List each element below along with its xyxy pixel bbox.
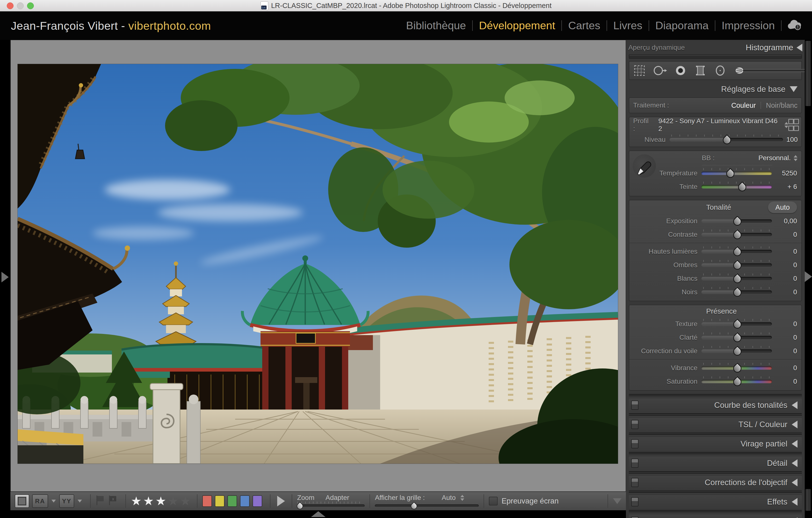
star-icon[interactable] <box>155 495 166 507</box>
compare-view-button[interactable]: RA <box>32 494 48 508</box>
color-label-blue[interactable] <box>240 495 250 507</box>
auto-tone-button[interactable]: Auto <box>768 202 797 213</box>
profile-stepper-icon[interactable] <box>784 122 788 128</box>
cloud-alert-icon[interactable]: ! <box>786 18 802 33</box>
profile-value[interactable]: 9422 - Sony A7 - Lumineux Vibrant D46 2 <box>658 117 782 133</box>
star-icon[interactable] <box>131 495 142 507</box>
show-left-panel-arrow-icon[interactable] <box>1 272 9 282</box>
panel-scrollbar[interactable] <box>806 489 811 511</box>
collapse-arrow-icon <box>792 479 798 486</box>
vibrance-slider[interactable] <box>701 364 772 372</box>
collapse-arrow-icon <box>792 459 798 467</box>
tint-slider[interactable] <box>701 183 772 191</box>
tint-value[interactable]: + 6 <box>787 183 797 191</box>
color-label-purple[interactable] <box>253 495 262 507</box>
close-button[interactable] <box>7 2 13 9</box>
white-balance-eyedropper-icon[interactable] <box>633 154 656 178</box>
treatment-bw-option[interactable]: Noir/blanc <box>766 101 798 110</box>
panel-switch-icon[interactable] <box>631 497 638 507</box>
panel-switch-icon[interactable] <box>631 517 638 518</box>
panel-switch-icon[interactable] <box>631 439 638 449</box>
tab-slideshow[interactable]: Diaporama <box>649 19 715 32</box>
section-effects[interactable]: Effets <box>629 495 802 509</box>
section-detail[interactable]: Détail <box>629 456 802 470</box>
section-transform[interactable]: Transformation <box>629 514 802 518</box>
panel-switch-icon[interactable] <box>631 459 638 468</box>
saturation-slider[interactable] <box>701 377 772 386</box>
contrast-slider[interactable] <box>701 231 772 239</box>
star-icon[interactable] <box>143 495 154 507</box>
texture-slider[interactable] <box>701 320 772 328</box>
radial-filter-icon[interactable] <box>714 64 727 77</box>
adjustment-brush-icon[interactable] <box>733 64 812 77</box>
tint-label: Teinte <box>629 183 697 191</box>
amount-value[interactable]: 100 <box>786 136 798 144</box>
photo[interactable] <box>18 64 618 464</box>
show-filmstrip-arrow-icon[interactable] <box>311 511 325 517</box>
loupe-view-button[interactable] <box>15 494 29 508</box>
highlights-slider[interactable] <box>701 247 772 255</box>
dehaze-slider[interactable] <box>701 347 772 355</box>
tab-map[interactable]: Cartes <box>562 19 607 32</box>
graduated-filter-icon[interactable] <box>694 64 707 77</box>
zoom-label[interactable]: Zoom <box>297 494 314 501</box>
color-label-green[interactable] <box>227 495 237 507</box>
panel-scrollbar[interactable] <box>806 41 811 106</box>
tone-header: Tonalité <box>706 203 731 211</box>
clarity-slider[interactable] <box>701 333 772 342</box>
histogram-header[interactable]: Histogramme <box>746 43 802 52</box>
reject-flag-icon[interactable]: x <box>108 495 117 507</box>
histogram-collapsed[interactable] <box>629 54 802 59</box>
panel-switch-icon[interactable] <box>631 401 638 410</box>
treatment-color-option[interactable]: Couleur <box>731 101 756 110</box>
grid-mode-dropdown[interactable]: Auto <box>442 494 464 501</box>
impromptu-slideshow-button[interactable] <box>277 496 285 507</box>
zoom-button[interactable] <box>27 2 34 9</box>
panel-switch-icon[interactable] <box>631 478 638 487</box>
grid-size-slider[interactable] <box>375 503 479 508</box>
svg-text:x: x <box>112 496 114 501</box>
pick-flag-icon[interactable] <box>95 495 105 507</box>
temp-value[interactable]: 5250 <box>782 170 797 177</box>
tab-library[interactable]: Bibliothèque <box>400 19 472 32</box>
expanded-arrow-icon <box>790 86 798 92</box>
amount-slider[interactable] <box>669 135 783 144</box>
fit-label[interactable]: Adapter <box>325 494 349 501</box>
wb-stepper-icon[interactable] <box>794 155 798 161</box>
section-split-toning[interactable]: Virage partiel <box>629 437 802 451</box>
exposure-slider[interactable] <box>701 217 772 225</box>
shadows-slider[interactable] <box>701 261 772 269</box>
temp-slider[interactable] <box>701 169 772 177</box>
lightroom-app-icon <box>261 1 268 10</box>
minimize-button[interactable] <box>17 2 24 9</box>
tab-book[interactable]: Livres <box>607 19 649 32</box>
tab-develop[interactable]: Développement <box>473 19 561 32</box>
panel-switch-icon[interactable] <box>631 420 638 429</box>
zoom-slider[interactable] <box>297 503 365 508</box>
before-after-button[interactable]: YY <box>59 494 75 508</box>
section-hsl-color[interactable]: TSL / Couleur <box>629 418 802 431</box>
whites-slider[interactable] <box>701 274 772 283</box>
spot-removal-icon[interactable] <box>652 64 667 77</box>
section-tone-curve[interactable]: Courbe des tonalités <box>629 398 802 412</box>
section-lens-corrections[interactable]: Corrections de l'objectif <box>629 476 802 489</box>
soft-proof-checkbox[interactable] <box>489 497 498 506</box>
before-after-caret-icon[interactable] <box>78 500 82 502</box>
blacks-slider[interactable] <box>701 288 772 296</box>
color-label-yellow[interactable] <box>215 495 225 507</box>
treatment-box: Traitement : Couleur Noir/blanc <box>629 97 802 113</box>
crop-overlay-icon[interactable] <box>633 64 646 77</box>
profile-browser-icon[interactable] <box>788 119 798 131</box>
basic-panel-header[interactable]: Réglages de base <box>629 82 802 96</box>
tab-print[interactable]: Impression <box>715 19 781 32</box>
compare-view-caret-icon[interactable] <box>52 500 56 502</box>
star-icon[interactable] <box>168 495 179 507</box>
red-eye-icon[interactable] <box>674 64 687 77</box>
toolbar-options-caret-icon[interactable] <box>613 498 621 504</box>
hide-right-panel-arrow-icon[interactable] <box>805 271 812 282</box>
filmstrip-strip <box>10 510 626 518</box>
wb-value[interactable]: Personnal. <box>758 154 791 162</box>
module-picker: Bibliothèque Développement Cartes Livres… <box>400 18 802 33</box>
star-icon[interactable] <box>180 495 191 507</box>
color-label-red[interactable] <box>202 495 212 507</box>
